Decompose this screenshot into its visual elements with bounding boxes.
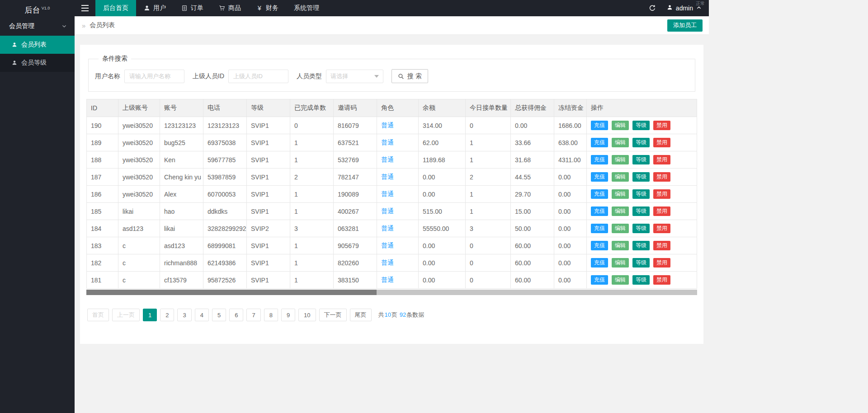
cell-account: cf13579 [160,272,203,289]
action-edit-button[interactable]: 编辑 [612,172,629,182]
nav-tab-users[interactable]: 用户 [136,0,174,16]
nav-tab-system[interactable]: 系统管理 [286,0,327,16]
action-edit-button[interactable]: 编辑 [612,258,629,268]
pagination-page-2-button[interactable]: 2 [160,309,174,321]
cell-balance: 0.00 [419,186,466,203]
cell-role[interactable]: 普通 [377,254,419,272]
refresh-icon[interactable] [649,5,656,12]
search-button[interactable]: 搜 索 [392,69,428,83]
pagination-page-8-button[interactable]: 8 [264,309,278,321]
cell-total_commission: 50.00 [511,220,554,237]
cell-role[interactable]: 普通 [377,186,419,203]
pagination-prev-button[interactable]: 上一页 [112,309,140,321]
sidebar-item-member-level[interactable]: 会员等级 [0,54,75,72]
cell-role[interactable]: 普通 [377,220,419,237]
action-level-button[interactable]: 等级 [632,189,650,199]
action-disable-button[interactable]: 禁用 [653,138,670,147]
pagination-next-button[interactable]: 下一页 [319,309,347,321]
add-employee-button[interactable]: 添加员工 [667,19,703,32]
cell-role[interactable]: 普通 [377,134,419,151]
cell-invite_code: 400267 [334,203,377,220]
action-recharge-button[interactable]: 充值 [591,206,608,216]
action-disable-button[interactable]: 禁用 [653,241,670,250]
action-edit-button[interactable]: 编辑 [612,275,629,285]
action-recharge-button[interactable]: 充值 [591,172,608,182]
cell-actions: 充值编辑等级禁用 [587,237,697,254]
action-recharge-button[interactable]: 充值 [591,155,608,164]
nav-tab-finance[interactable]: ¥财务 [249,0,286,16]
action-disable-button[interactable]: 禁用 [653,224,670,233]
action-edit-button[interactable]: 编辑 [612,206,629,216]
cell-role[interactable]: 普通 [377,272,419,289]
pagination-page-9-button[interactable]: 9 [281,309,295,321]
action-level-button[interactable]: 等级 [632,155,650,164]
pagination-page-10-button[interactable]: 10 [298,309,316,321]
cell-id: 182 [87,254,118,272]
pagination-summary-pages-word: 页 [392,311,397,318]
sidebar-group-member-management[interactable]: 会员管理 [0,16,75,36]
action-level-button[interactable]: 等级 [632,172,650,182]
cell-role[interactable]: 普通 [377,203,419,220]
horizontal-scrollbar[interactable] [86,290,697,295]
table-header-row: ID上级账号账号电话等级已完成单数邀请码角色余额今日接单数量总获得佣金冻结资金操… [87,99,697,117]
action-disable-button[interactable]: 禁用 [653,121,670,130]
sidebar-item-member-list[interactable]: 会员列表 [0,36,75,54]
nav-tab-goods[interactable]: 商品 [211,0,249,16]
action-recharge-button[interactable]: 充值 [591,258,608,268]
action-level-button[interactable]: 等级 [632,206,650,216]
action-recharge-button[interactable]: 充值 [591,275,608,285]
action-recharge-button[interactable]: 充值 [591,241,608,250]
action-disable-button[interactable]: 禁用 [653,172,670,182]
action-recharge-button[interactable]: 充值 [591,121,608,130]
cell-role[interactable]: 普通 [377,151,419,169]
nav-tab-home[interactable]: 后台首页 [95,0,136,16]
cart-icon [219,5,225,11]
pagination-page-4-button[interactable]: 4 [195,309,209,321]
action-edit-button[interactable]: 编辑 [612,224,629,233]
username-input[interactable] [124,70,184,83]
cell-balance: 0.00 [419,169,466,186]
action-level-button[interactable]: 等级 [632,121,650,130]
nav-tab-orders[interactable]: 订单 [174,0,211,16]
action-level-button[interactable]: 等级 [632,275,650,285]
action-disable-button[interactable]: 禁用 [653,189,670,199]
pagination-page-3-button[interactable]: 3 [177,309,191,321]
action-disable-button[interactable]: 禁用 [653,206,670,216]
action-edit-button[interactable]: 编辑 [612,138,629,147]
action-edit-button[interactable]: 编辑 [612,121,629,130]
action-recharge-button[interactable]: 充值 [591,138,608,147]
person-type-select[interactable]: 请选择 [326,70,383,83]
pagination-last-button[interactable]: 尾页 [350,309,372,321]
pagination-page-1-button[interactable]: 1 [143,309,157,321]
action-level-button[interactable]: 等级 [632,258,650,268]
action-recharge-button[interactable]: 充值 [591,189,608,199]
cell-role[interactable]: 普通 [377,117,419,134]
action-level-button[interactable]: 等级 [632,241,650,250]
cell-invite_code: 532769 [334,151,377,169]
pagination-page-5-button[interactable]: 5 [212,309,226,321]
cell-total_commission: 29.70 [511,186,554,203]
action-level-button[interactable]: 等级 [632,224,650,233]
cell-balance: 515.00 [419,203,466,220]
pagination-page-6-button[interactable]: 6 [229,309,243,321]
action-edit-button[interactable]: 编辑 [612,241,629,250]
action-recharge-button[interactable]: 充值 [591,224,608,233]
hamburger-icon[interactable] [75,0,95,16]
scrollbar-thumb[interactable] [86,290,377,295]
cell-completed_orders: 3 [290,220,334,237]
action-disable-button[interactable]: 禁用 [653,155,670,164]
status-text: 正常 [696,0,705,7]
action-disable-button[interactable]: 禁用 [653,258,670,268]
action-edit-button[interactable]: 编辑 [612,189,629,199]
cell-completed_orders: 1 [290,151,334,169]
action-disable-button[interactable]: 禁用 [653,275,670,285]
pagination-page-7-button[interactable]: 7 [246,309,260,321]
cell-balance: 0.00 [419,254,466,272]
parent-id-input[interactable] [228,70,288,83]
action-level-button[interactable]: 等级 [632,138,650,147]
action-edit-button[interactable]: 编辑 [612,155,629,164]
cell-role[interactable]: 普通 [377,169,419,186]
cell-role[interactable]: 普通 [377,237,419,254]
column-header-balance: 余额 [419,99,466,117]
pagination-first-button[interactable]: 首页 [87,309,109,321]
